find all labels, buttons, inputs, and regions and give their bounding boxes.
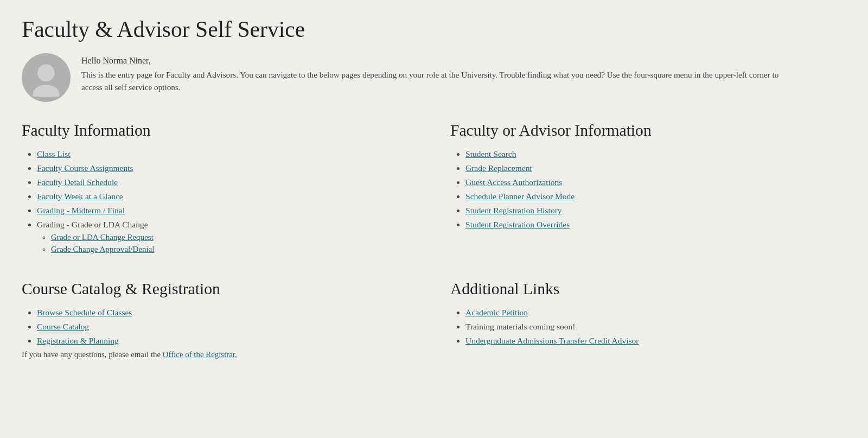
- student-registration-history-link[interactable]: Student Registration History: [465, 206, 562, 215]
- svg-point-0: [37, 65, 55, 82]
- guest-access-authorizations-link[interactable]: Guest Access Authorizations: [465, 177, 562, 187]
- list-item: Grading - Midterm / Final: [37, 206, 418, 215]
- svg-point-1: [33, 85, 60, 97]
- list-item: Guest Access Authorizations: [465, 177, 846, 187]
- list-item: Grade Replacement: [465, 163, 846, 173]
- list-item: Registration & Planning: [37, 336, 418, 346]
- list-item: Academic Petition: [465, 308, 846, 318]
- faculty-course-assignments-link[interactable]: Faculty Course Assignments: [37, 163, 133, 173]
- faculty-information-list: Class List Faculty Course Assignments Fa…: [22, 149, 418, 254]
- faculty-advisor-information-heading: Faculty or Advisor Information: [450, 122, 846, 139]
- grading-lda-change-label: Grading - Grade or LDA Change: [37, 220, 148, 229]
- schedule-planner-advisor-mode-link[interactable]: Schedule Planner Advisor Mode: [465, 192, 575, 201]
- list-item: Faculty Detail Schedule: [37, 177, 418, 187]
- additional-links-heading: Additional Links: [450, 280, 846, 298]
- list-item: Class List: [37, 149, 418, 159]
- course-catalog-list: Browse Schedule of Classes Course Catalo…: [22, 308, 418, 346]
- grade-lda-change-request-link[interactable]: Grade or LDA Change Request: [51, 233, 154, 242]
- list-item: Faculty Week at a Glance: [37, 192, 418, 201]
- content-grid: Faculty Information Class List Faculty C…: [22, 122, 846, 381]
- list-item: Course Catalog: [37, 322, 418, 332]
- avatar: [22, 53, 71, 102]
- course-catalog-link[interactable]: Course Catalog: [37, 322, 89, 331]
- list-item: Undergraduate Admissions Transfer Credit…: [465, 336, 846, 346]
- grade-change-approval-denial-link[interactable]: Grade Change Approval/Denial: [51, 245, 155, 253]
- student-search-link[interactable]: Student Search: [465, 149, 516, 158]
- class-list-link[interactable]: Class List: [37, 149, 71, 158]
- faculty-advisor-information-section: Faculty or Advisor Information Student S…: [450, 122, 846, 258]
- list-item: Grade or LDA Change Request: [51, 233, 418, 242]
- description-text: This is the entry page for Faculty and A…: [81, 69, 787, 94]
- list-item: Grade Change Approval/Denial: [51, 245, 418, 254]
- greeting-text: Hello Norma Niner,: [81, 56, 787, 66]
- list-item: Student Search: [465, 149, 846, 159]
- list-item: Faculty Course Assignments: [37, 163, 418, 173]
- training-materials-text: Training materials coming soon!: [465, 322, 575, 331]
- additional-links-list: Academic Petition Training materials com…: [450, 308, 846, 346]
- grading-midterm-final-link[interactable]: Grading - Midterm / Final: [37, 206, 125, 215]
- office-of-registrar-link[interactable]: Office of the Registrar.: [163, 350, 237, 359]
- grading-lda-sublist: Grade or LDA Change Request Grade Change…: [37, 233, 418, 254]
- list-item: Grading - Grade or LDA Change Grade or L…: [37, 220, 418, 254]
- faculty-information-section: Faculty Information Class List Faculty C…: [22, 122, 418, 258]
- list-item: Browse Schedule of Classes: [37, 308, 418, 318]
- list-item: Training materials coming soon!: [465, 322, 846, 332]
- user-info: Hello Norma Niner, This is the entry pag…: [81, 53, 787, 94]
- student-registration-overrides-link[interactable]: Student Registration Overrides: [465, 220, 570, 229]
- footer-note-text: If you have any questions, please email …: [22, 350, 163, 359]
- user-section: Hello Norma Niner, This is the entry pag…: [22, 53, 846, 102]
- grade-replacement-link[interactable]: Grade Replacement: [465, 163, 532, 173]
- registration-planning-link[interactable]: Registration & Planning: [37, 336, 119, 345]
- faculty-advisor-information-list: Student Search Grade Replacement Guest A…: [450, 149, 846, 230]
- faculty-week-at-a-glance-link[interactable]: Faculty Week at a Glance: [37, 192, 123, 201]
- page-title: Faculty & Advisor Self Service: [22, 16, 846, 42]
- browse-schedule-of-classes-link[interactable]: Browse Schedule of Classes: [37, 308, 132, 317]
- course-catalog-section: Course Catalog & Registration Browse Sch…: [22, 280, 418, 359]
- additional-links-section: Additional Links Academic Petition Train…: [450, 280, 846, 359]
- faculty-detail-schedule-link[interactable]: Faculty Detail Schedule: [37, 177, 118, 187]
- list-item: Student Registration Overrides: [465, 220, 846, 230]
- footer-note: If you have any questions, please email …: [22, 350, 418, 359]
- list-item: Schedule Planner Advisor Mode: [465, 192, 846, 201]
- faculty-information-heading: Faculty Information: [22, 122, 418, 139]
- list-item: Student Registration History: [465, 206, 846, 215]
- course-catalog-heading: Course Catalog & Registration: [22, 280, 418, 298]
- undergraduate-admissions-transfer-credit-advisor-link[interactable]: Undergraduate Admissions Transfer Credit…: [465, 336, 639, 345]
- academic-petition-link[interactable]: Academic Petition: [465, 308, 528, 317]
